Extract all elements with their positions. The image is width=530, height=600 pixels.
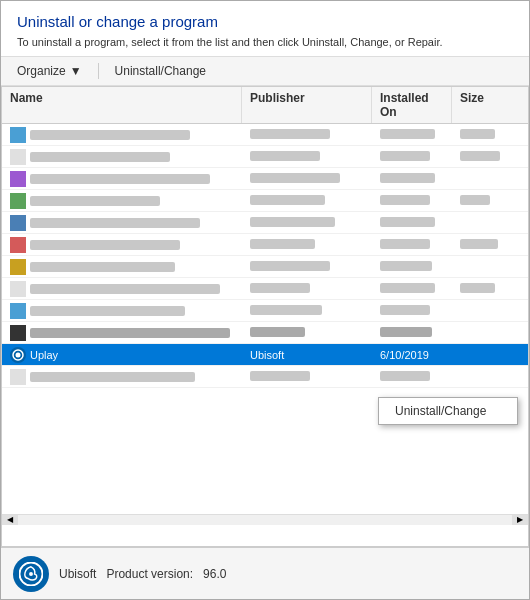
page-title: Uninstall or change a program — [17, 13, 513, 30]
toolbar-separator — [98, 63, 99, 79]
row-size — [452, 309, 512, 313]
row-name — [2, 323, 242, 343]
row-publisher — [242, 215, 372, 231]
col-size-header[interactable]: Size — [452, 87, 512, 123]
table-row[interactable] — [2, 124, 528, 146]
uninstall-change-button[interactable]: Uninstall/Change — [107, 61, 214, 81]
ubisoft-icon — [13, 556, 49, 592]
uplay-publisher: Ubisoft — [242, 347, 372, 363]
status-product-label: Product version: — [106, 567, 193, 581]
header-subtitle: To uninstall a program, select it from t… — [17, 36, 513, 48]
row-installed — [372, 127, 452, 143]
row-publisher — [242, 237, 372, 253]
status-bar: Ubisoft Product version: 96.0 — [1, 547, 529, 599]
toolbar: Organize ▼ Uninstall/Change — [1, 56, 529, 86]
svg-point-3 — [29, 572, 33, 576]
row-size — [452, 265, 512, 269]
table-header: Name Publisher Installed On Size — [2, 87, 528, 124]
main-window: Uninstall or change a program To uninsta… — [0, 0, 530, 600]
row-size — [452, 237, 512, 253]
organize-label: Organize — [17, 64, 66, 78]
row-installed — [372, 325, 452, 341]
row-installed — [372, 237, 452, 253]
table-body: Uplay Ubisoft 6/10/2019 — [2, 124, 528, 514]
row-installed — [372, 281, 452, 297]
row-installed — [372, 369, 452, 385]
row-size — [452, 375, 512, 379]
col-publisher-header[interactable]: Publisher — [242, 87, 372, 123]
row-name — [2, 301, 242, 321]
table-row[interactable] — [2, 168, 528, 190]
row-publisher — [242, 303, 372, 319]
uplay-name: Uplay — [2, 345, 242, 365]
scroll-left-button[interactable]: ◀ — [2, 515, 18, 525]
row-name — [2, 257, 242, 277]
row-publisher — [242, 193, 372, 209]
header: Uninstall or change a program To uninsta… — [1, 1, 529, 56]
scroll-track[interactable] — [18, 515, 512, 525]
row-size — [452, 221, 512, 225]
table-row[interactable] — [2, 234, 528, 256]
row-publisher — [242, 171, 372, 187]
svg-point-1 — [16, 352, 21, 357]
programs-table: Name Publisher Installed On Size — [1, 86, 529, 547]
context-uninstall-change[interactable]: Uninstall/Change — [379, 398, 517, 424]
row-installed — [372, 215, 452, 231]
row-name — [2, 169, 242, 189]
row-name — [2, 213, 242, 233]
row-installed — [372, 171, 452, 187]
context-menu: Uninstall/Change — [378, 397, 518, 425]
table-row[interactable] — [2, 278, 528, 300]
row-installed — [372, 303, 452, 319]
row-publisher — [242, 259, 372, 275]
status-product-version: 96.0 — [203, 567, 226, 581]
row-name — [2, 147, 242, 167]
row-name — [2, 235, 242, 255]
table-row[interactable] — [2, 322, 528, 344]
row-name — [2, 191, 242, 211]
row-name — [2, 125, 242, 145]
table-row[interactable] — [2, 146, 528, 168]
status-publisher: Ubisoft — [59, 567, 96, 581]
uplay-row[interactable]: Uplay Ubisoft 6/10/2019 — [2, 344, 528, 366]
row-installed — [372, 193, 452, 209]
horizontal-scrollbar[interactable]: ◀ ▶ — [2, 514, 528, 524]
row-size — [452, 127, 512, 143]
uplay-name-text: Uplay — [30, 349, 58, 361]
col-name-header[interactable]: Name — [2, 87, 242, 123]
table-row[interactable] — [2, 190, 528, 212]
row-installed — [372, 259, 452, 275]
status-info: Ubisoft Product version: 96.0 — [59, 567, 226, 581]
row-publisher — [242, 325, 372, 341]
uplay-installed: 6/10/2019 — [372, 347, 452, 363]
row-installed — [372, 149, 452, 165]
table-row[interactable] — [2, 256, 528, 278]
row-publisher — [242, 149, 372, 165]
col-installed-header[interactable]: Installed On — [372, 87, 452, 123]
row-name — [2, 367, 242, 387]
row-size — [452, 149, 512, 165]
row-size — [452, 193, 512, 209]
row-size — [452, 177, 512, 181]
row-size — [452, 281, 512, 297]
row-publisher — [242, 127, 372, 143]
organize-chevron-icon: ▼ — [70, 64, 82, 78]
table-row[interactable] — [2, 300, 528, 322]
row-publisher — [242, 281, 372, 297]
organize-button[interactable]: Organize ▼ — [9, 61, 90, 81]
scroll-right-button[interactable]: ▶ — [512, 515, 528, 525]
row-publisher — [242, 369, 372, 385]
row-size — [452, 331, 512, 335]
table-row[interactable] — [2, 366, 528, 388]
row-name — [2, 279, 242, 299]
table-row[interactable] — [2, 212, 528, 234]
uplay-size — [452, 353, 512, 357]
uninstall-change-label: Uninstall/Change — [115, 64, 206, 78]
